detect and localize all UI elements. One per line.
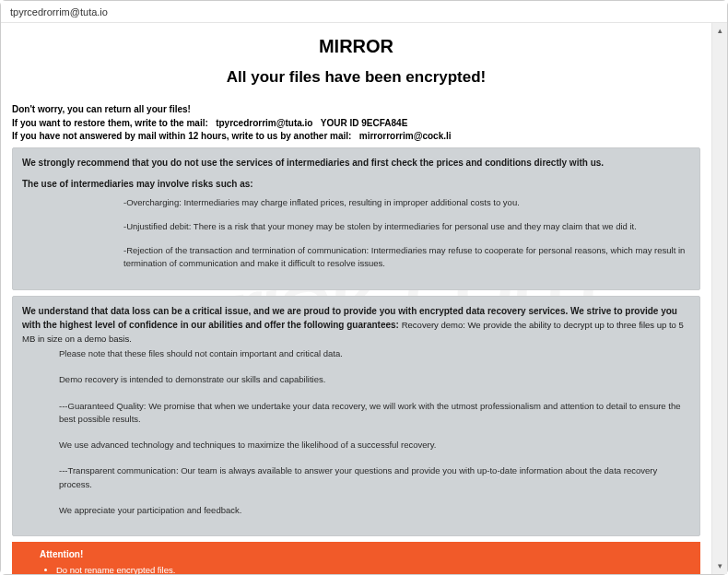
window-frame: tpyrcedrorrim@tuta.io pcrisk.com MIRROR …: [0, 0, 728, 575]
intro-email2: mirrorrorrim@cock.li: [359, 131, 452, 141]
panel1-item: -Overcharging: Intermediaries may charge…: [123, 196, 690, 209]
panel-guarantees: We understand that data loss can be a cr…: [12, 296, 700, 537]
panel1-strong: We strongly recommend that you do not us…: [22, 156, 690, 170]
intro-email1: tpyrcedrorrim@tuta.io: [216, 118, 312, 128]
inner-content: MIRROR All your files have been encrypte…: [1, 23, 711, 574]
scroll-down-icon[interactable]: ▾: [714, 560, 726, 572]
sub-title: All your files have been encrypted!: [8, 68, 704, 87]
intro-id-label: YOUR ID: [321, 118, 359, 128]
content-area: pcrisk.com MIRROR All your files have be…: [1, 23, 711, 574]
main-title: MIRROR: [8, 36, 704, 57]
titlebar: tpyrcedrorrim@tuta.io: [1, 1, 727, 23]
panel2-line: ---Transparent communication: Our team i…: [59, 464, 690, 491]
panel2-line: We appreciate your participation and fee…: [59, 504, 690, 517]
panel-attention: Attention! Do not rename encrypted files…: [12, 542, 700, 574]
panel2-head: We understand that data loss can be a cr…: [22, 304, 690, 346]
attention-item: Do not rename encrypted files.: [56, 564, 693, 574]
panel1-item: -Rejection of the transaction and termin…: [123, 244, 690, 271]
panel2-line: We use advanced technology and technique…: [59, 439, 690, 452]
window-title: tpyrcedrorrim@tuta.io: [10, 6, 108, 18]
panel1-item: -Unjustified debit: There is a risk that…: [123, 220, 690, 233]
intro-line1: Don't worry, you can return all your fil…: [12, 104, 191, 114]
intro-line3-prefix: If you have not answered by mail within …: [12, 131, 351, 141]
panel-intermediaries: We strongly recommend that you do not us…: [12, 147, 700, 290]
intro-id: 9ECFA84E: [361, 118, 407, 128]
panel2-line: Please note that these files should not …: [59, 347, 690, 360]
panel2-line: Demo recovery is intended to demonstrate…: [59, 373, 690, 386]
intro-line2-prefix: If you want to restore them, write to th…: [12, 118, 208, 128]
intro-block: Don't worry, you can return all your fil…: [8, 103, 704, 144]
attention-list: Do not rename encrypted files. Do not tr…: [56, 564, 693, 574]
scroll-up-icon[interactable]: ▴: [714, 25, 726, 37]
panel1-risks-title: The use of intermediaries may involve ri…: [22, 177, 690, 191]
panel2-line: ---Guaranteed Quality: We promise that w…: [59, 400, 690, 427]
scrollbar[interactable]: ▴ ▾: [711, 23, 727, 574]
attention-title: Attention!: [40, 547, 693, 561]
content-wrap: pcrisk.com MIRROR All your files have be…: [1, 23, 727, 574]
